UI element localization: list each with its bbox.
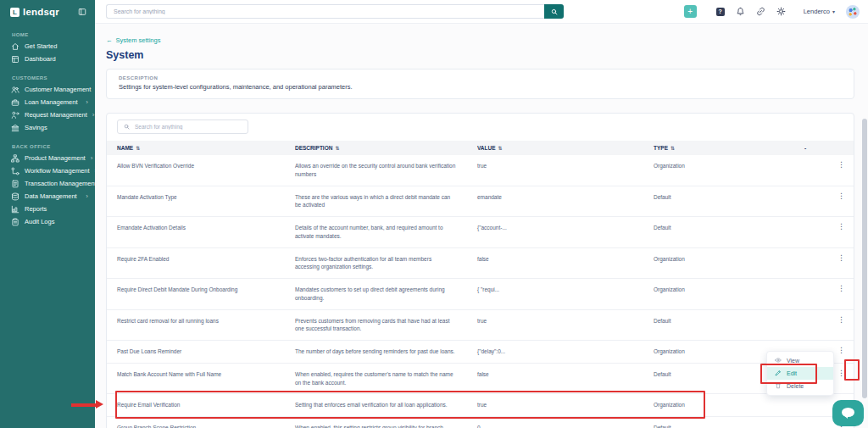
- cell-description: When enabled, this setting restricts gro…: [285, 417, 467, 428]
- cell-value: true: [467, 394, 643, 416]
- scrollbar-thumb[interactable]: [862, 119, 867, 398]
- row-actions-kebab-icon[interactable]: ⋮: [834, 221, 849, 232]
- sidebar-item-label: Reports: [25, 205, 88, 213]
- cell-value: {"delay":0...: [467, 341, 643, 363]
- sort-icon: ⇅: [136, 145, 140, 151]
- cell-name: Group Branch Scope Restriction: [107, 417, 285, 428]
- cell-value: emandate: [467, 186, 643, 208]
- menu-item-view[interactable]: View: [767, 354, 833, 367]
- sidebar-item-get-started[interactable]: Get Started: [0, 40, 95, 53]
- cell-value: false: [467, 364, 643, 386]
- description-label: DESCRIPTION: [119, 75, 842, 81]
- sidebar-item-reports[interactable]: Reports: [0, 203, 95, 215]
- database-icon: [11, 192, 19, 201]
- table-search-input[interactable]: [135, 124, 242, 130]
- cell-description: When enabled, requires the customer's na…: [285, 364, 467, 394]
- dashboard-icon: [11, 55, 19, 64]
- row-actions-kebab-icon[interactable]: ⋮: [834, 159, 849, 170]
- cell-type: Organization: [643, 279, 794, 301]
- cell-description: These are the various ways in which a di…: [285, 186, 467, 217]
- cell-type: Organization: [643, 155, 794, 177]
- request-icon: [11, 111, 19, 120]
- org-switcher[interactable]: Lenderco ▾: [804, 8, 835, 15]
- sidebar-item-label: Transaction Management: [25, 180, 97, 187]
- sidebar-item-label: Customer Management: [25, 86, 91, 93]
- cell-value: false: [467, 248, 643, 270]
- column-label: VALUE: [477, 145, 496, 151]
- lendsqr-logo-text: lendsqr: [23, 7, 59, 17]
- sidebar-item-label: Data Management: [25, 192, 81, 200]
- column-label: NAME: [117, 145, 133, 151]
- cell-actions: ⋮: [794, 279, 854, 294]
- row-actions-kebab-icon[interactable]: ⋮: [834, 368, 849, 379]
- sidebar-item-label: Savings: [25, 124, 88, 131]
- cell-description: Prevents customers from removing cards t…: [285, 310, 467, 341]
- column-label: DESCRIPTION: [295, 145, 332, 151]
- column-header-type[interactable]: TYPE⇅: [643, 141, 794, 155]
- sidebar-item-data-management[interactable]: Data Management›: [0, 190, 95, 203]
- sidebar-item-customer-management[interactable]: Customer Management›: [0, 83, 95, 96]
- workflow-icon: [11, 167, 19, 175]
- sidebar-item-workflow-management[interactable]: Workflow Management›: [0, 164, 95, 177]
- create-new-button[interactable]: +: [684, 5, 697, 18]
- sidebar-item-audit-logs[interactable]: Audit Logs: [0, 215, 95, 228]
- column-header-value[interactable]: VALUE⇅: [467, 141, 643, 155]
- sidebar-item-request-management[interactable]: Request Management›: [0, 108, 95, 121]
- sidebar: L lendsqr HOMEGet StartedDashboardCUSTOM…: [0, 0, 95, 428]
- lendsqr-logo-icon: L: [10, 8, 19, 17]
- row-actions-kebab-icon[interactable]: ⋮: [834, 314, 849, 325]
- breadcrumb-back-link[interactable]: ← System settings: [106, 36, 160, 44]
- column-header-name[interactable]: NAME⇅: [107, 141, 285, 155]
- sidebar-item-dashboard[interactable]: Dashboard: [0, 53, 95, 65]
- cell-value: 0: [467, 417, 643, 428]
- sidebar-collapse-icon[interactable]: [78, 8, 86, 16]
- avatar[interactable]: [846, 5, 860, 19]
- sort-icon: ⇅: [670, 145, 675, 151]
- trash-icon: [775, 382, 782, 389]
- briefcase-icon: [11, 98, 19, 107]
- row-actions-kebab-icon[interactable]: ⋮: [834, 345, 849, 356]
- sidebar-item-product-management[interactable]: Product Management›: [0, 152, 95, 164]
- row-actions-kebab-icon[interactable]: ⋮: [834, 253, 849, 264]
- sidebar-item-savings[interactable]: Savings: [0, 121, 95, 134]
- cell-type: Default: [643, 186, 794, 208]
- sidebar-item-label: Workflow Management: [25, 167, 90, 175]
- row-actions-kebab-icon[interactable]: ⋮: [834, 191, 849, 202]
- chevron-right-icon: ›: [102, 181, 104, 187]
- cell-actions: ⋮: [794, 217, 854, 232]
- link-icon[interactable]: [756, 7, 765, 16]
- sort-icon: ⇅: [335, 145, 339, 151]
- table-row-match-bank-account-name-with-full-name: Match Bank Account Name with Full NameWh…: [107, 364, 854, 395]
- cell-description: Setting that enforces email verification…: [285, 394, 467, 416]
- row-actions-kebab-icon[interactable]: ⋮: [834, 283, 849, 294]
- sidebar-item-transaction-management[interactable]: Transaction Management›: [0, 177, 95, 190]
- cell-actions: ⋮: [794, 186, 854, 202]
- sidebar-item-label: Dashboard: [25, 55, 88, 63]
- home-icon: [11, 42, 19, 51]
- bank-icon: [11, 124, 19, 132]
- cell-type: Default: [643, 417, 794, 428]
- cell-value: {"account-...: [467, 217, 643, 239]
- app-window: L lendsqr HOMEGet StartedDashboardCUSTOM…: [0, 0, 868, 428]
- column-header-description[interactable]: DESCRIPTION⇅: [285, 141, 467, 155]
- notifications-bell-icon[interactable]: [736, 7, 745, 16]
- cell-name: Require 2FA Enabled: [107, 248, 285, 270]
- settings-gear-icon[interactable]: [776, 7, 786, 16]
- cell-type: Default: [643, 310, 794, 332]
- global-search-input[interactable]: [106, 4, 544, 19]
- cell-description: Enforces two-factor authentication for a…: [285, 248, 467, 279]
- sidebar-item-loan-management[interactable]: Loan Management›: [0, 96, 95, 108]
- menu-item-label: View: [787, 358, 799, 364]
- help-docs-icon[interactable]: ?: [716, 8, 725, 16]
- chevron-right-icon: ›: [86, 99, 88, 106]
- cell-name: Match Bank Account Name with Full Name: [107, 364, 285, 386]
- receipt-icon: [11, 180, 19, 188]
- global-search-button[interactable]: [544, 4, 564, 19]
- content: ← System settings System DESCRIPTION Set…: [95, 24, 868, 428]
- chat-button[interactable]: [832, 400, 864, 426]
- search-icon: [124, 124, 130, 130]
- table-header-row: NAME⇅DESCRIPTION⇅VALUE⇅TYPE⇅-: [107, 141, 854, 155]
- menu-item-edit[interactable]: Edit: [767, 367, 833, 380]
- global-search: [106, 4, 564, 19]
- menu-item-delete[interactable]: Delete: [767, 380, 833, 392]
